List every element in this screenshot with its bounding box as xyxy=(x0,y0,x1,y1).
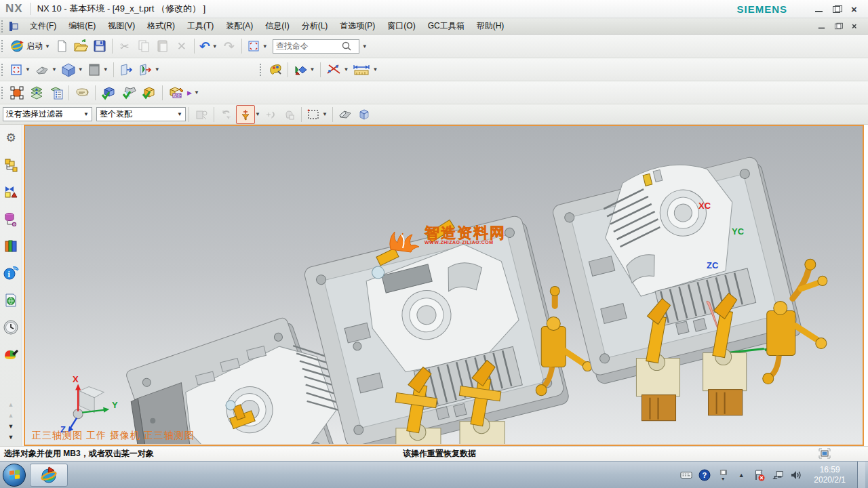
toolbar-grip[interactable] xyxy=(260,64,263,76)
menu-edit[interactable]: 编辑(E) xyxy=(62,18,102,34)
view-label: 正三轴测图 工作 摄像机 正三轴测图 xyxy=(32,430,195,442)
check-fixture-button[interactable] xyxy=(119,83,139,102)
model-canvas[interactable] xyxy=(25,126,863,444)
triad-y-label: Y xyxy=(112,400,118,410)
child-close-icon[interactable]: × xyxy=(852,23,859,29)
fixture-assembly-right[interactable] xyxy=(549,143,827,420)
snap-point-back-button xyxy=(217,105,236,124)
scroll-down2-icon[interactable]: ▼ xyxy=(8,434,14,441)
save-button[interactable] xyxy=(90,37,109,56)
menu-assemblies[interactable]: 装配(A) xyxy=(220,18,259,34)
clip-section-button[interactable] xyxy=(117,60,136,79)
wcs-zc-label: ZC xyxy=(707,260,718,270)
orient-view-button[interactable]: ▼ xyxy=(33,60,59,79)
layer-settings-button[interactable] xyxy=(26,83,47,102)
roles-palette-icon[interactable] xyxy=(2,346,20,363)
select-assembly-button xyxy=(192,105,211,124)
undo-button[interactable]: ↶▼ xyxy=(197,37,220,56)
window-restore-tray-icon[interactable]: ▼ xyxy=(717,469,729,481)
screen-display-icon[interactable] xyxy=(818,448,831,459)
child-restore-icon[interactable] xyxy=(835,23,842,29)
selection-scope-dropdown[interactable]: 整个装配▼ xyxy=(96,107,186,121)
volume-icon[interactable] xyxy=(790,469,802,481)
close-icon[interactable]: × xyxy=(851,5,860,13)
menu-file[interactable]: 文件(F) xyxy=(24,18,62,34)
selection-filter-dropdown[interactable]: 没有选择过滤器▼ xyxy=(3,107,92,121)
start-menu-button[interactable] xyxy=(3,464,26,487)
roles-gear-icon[interactable]: ⚙ xyxy=(2,129,20,146)
marquee-select-button[interactable]: ▼ xyxy=(304,105,330,124)
toolbar-grip[interactable] xyxy=(1,20,5,33)
open-file-button[interactable] xyxy=(71,37,90,56)
examine-geometry-button[interactable] xyxy=(98,83,119,102)
assembly-constraints-button[interactable]: ▼ xyxy=(291,60,317,79)
menu-view[interactable]: 视图(V) xyxy=(102,18,141,34)
check-clearance-button[interactable] xyxy=(139,83,159,102)
graphics-window[interactable]: X Y Z XC YC ZC 智造资料网 WWW.ZHIZAO-ZILIAO.C… xyxy=(24,125,864,446)
show-desktop-button[interactable] xyxy=(857,462,865,488)
search-icon[interactable] xyxy=(341,41,352,52)
measure-distance-button[interactable]: ▼ xyxy=(351,60,380,79)
chevron-down-icon: ▼ xyxy=(177,111,182,117)
isometric-view-button[interactable]: ▼ xyxy=(59,60,85,79)
command-finder[interactable] xyxy=(273,39,359,54)
network-icon[interactable] xyxy=(772,469,784,481)
main-area: ⚙ i ▲ ▲ ▼ ▼ xyxy=(0,125,868,446)
menu-window[interactable]: 窗口(O) xyxy=(381,18,421,34)
show-hidden-icons-button[interactable]: ▲ xyxy=(735,469,747,481)
move-object-button[interactable] xyxy=(7,83,26,102)
highlight-hidden-button[interactable] xyxy=(336,105,355,124)
start-button[interactable]: 启动 ▼ xyxy=(7,37,52,56)
assembly-navigator-icon[interactable] xyxy=(2,156,20,174)
child-minimize-icon[interactable] xyxy=(818,23,825,29)
menu-tools[interactable]: 工具(T) xyxy=(181,18,220,34)
layer-list-button[interactable] xyxy=(47,83,66,102)
part-navigator-icon[interactable] xyxy=(2,210,20,228)
menu-information[interactable]: 信息(I) xyxy=(259,18,295,34)
menu-help[interactable]: 帮助(H) xyxy=(471,18,511,34)
menu-analysis[interactable]: 分析(L) xyxy=(296,18,334,34)
nx-task-button[interactable] xyxy=(30,464,68,487)
minimize-icon[interactable] xyxy=(814,5,823,13)
window-button[interactable]: ▼ xyxy=(245,37,270,56)
help-center-icon[interactable]: ? xyxy=(698,469,711,481)
web-page-icon[interactable] xyxy=(2,291,20,309)
fixture-assembly-middle[interactable] xyxy=(300,202,593,443)
search-options-chevron-icon[interactable]: ▼ xyxy=(362,43,368,49)
toolbar-grip[interactable] xyxy=(1,87,5,99)
constraint-navigator-icon[interactable] xyxy=(2,183,20,201)
divider xyxy=(95,85,96,100)
wcs-yc-label: YC xyxy=(732,226,744,237)
scroll-up2-icon: ▲ xyxy=(8,412,14,419)
new-file-button[interactable] xyxy=(52,37,71,56)
display-mode-button[interactable]: ▼ xyxy=(85,60,111,79)
divider xyxy=(320,62,321,77)
reuse-library-icon[interactable] xyxy=(2,237,20,255)
true-shading-button[interactable] xyxy=(266,60,285,79)
show-through-button[interactable] xyxy=(355,105,374,124)
menu-preferences[interactable]: 首选项(P) xyxy=(334,18,381,34)
history-clock-icon[interactable] xyxy=(2,319,20,336)
sketch-constraints-button[interactable]: ▼ xyxy=(323,60,351,79)
taskbar-clock[interactable]: 16:59 2020/2/1 xyxy=(808,465,851,485)
fit-view-button[interactable]: ▼ xyxy=(7,60,33,79)
chevron-down-icon: ▼ xyxy=(262,43,268,49)
keyboard-layout-icon[interactable] xyxy=(680,469,692,481)
toolbar-grip[interactable] xyxy=(1,40,5,52)
scroll-down-icon[interactable]: ▼ xyxy=(8,423,14,430)
part-attributes-button[interactable]: ABC▶▼ xyxy=(165,83,201,102)
internet-info-icon[interactable]: i xyxy=(2,264,20,282)
search-input[interactable] xyxy=(276,41,341,51)
edit-section-button[interactable]: ▼ xyxy=(136,60,162,79)
action-center-flag-icon[interactable] xyxy=(753,469,766,481)
restore-icon[interactable] xyxy=(833,5,842,13)
chevron-down-icon[interactable]: ▼ xyxy=(255,111,260,117)
status-prompt: 选择对象并使用 MB3，或者双击某一对象 xyxy=(0,448,154,460)
snap-point-filter-button[interactable] xyxy=(236,105,255,124)
rotate-point-button xyxy=(260,105,279,124)
divider xyxy=(162,85,163,100)
menu-format[interactable]: 格式(R) xyxy=(141,18,181,34)
toolbar-grip[interactable] xyxy=(1,64,5,76)
menu-gc-toolbox[interactable]: GC工具箱 xyxy=(422,18,471,34)
annotation-tag-button[interactable] xyxy=(72,83,92,102)
